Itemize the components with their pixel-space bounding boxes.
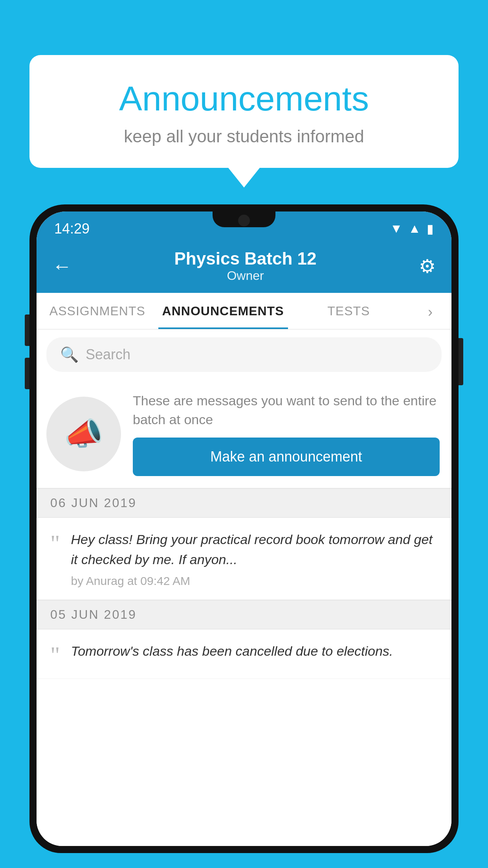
- header-center: Physics Batch 12 Owner: [174, 249, 317, 283]
- speech-bubble-arrow: [228, 168, 260, 188]
- announcement-message-1: Hey class! Bring your practical record b…: [71, 530, 438, 570]
- announcement-text-block-2: Tomorrow's class has been cancelled due …: [71, 641, 438, 666]
- quote-icon-1: ": [50, 531, 60, 555]
- battery-icon: ▮: [427, 221, 434, 236]
- phone-outer: 14:29 ▼ ▲ ▮ ← Physics Batch 12 Owner ⚙ A…: [29, 204, 459, 853]
- status-icons: ▼ ▲ ▮: [390, 221, 434, 236]
- search-icon: 🔍: [60, 346, 79, 363]
- quote-icon-2: ": [50, 643, 60, 667]
- tab-more[interactable]: ›: [409, 293, 451, 329]
- intro-description: These are messages you want to send to t…: [133, 392, 440, 429]
- announcement-item-1[interactable]: " Hey class! Bring your practical record…: [37, 518, 451, 600]
- tab-announcements[interactable]: ANNOUNCEMENTS: [158, 293, 288, 329]
- intro-right: These are messages you want to send to t…: [133, 392, 440, 476]
- tab-tests[interactable]: TESTS: [288, 293, 410, 329]
- volume-down-button: [25, 358, 29, 389]
- phone-screen: 14:29 ▼ ▲ ▮ ← Physics Batch 12 Owner ⚙ A…: [37, 211, 451, 846]
- phone-notch: [213, 211, 275, 227]
- phone-mockup: 14:29 ▼ ▲ ▮ ← Physics Batch 12 Owner ⚙ A…: [29, 204, 459, 868]
- signal-icon: ▲: [408, 221, 421, 236]
- header-subtitle: Owner: [174, 268, 317, 283]
- tab-assignments[interactable]: ASSIGNMENTS: [37, 293, 158, 329]
- announcement-intro: 📣 These are messages you want to send to…: [37, 380, 451, 488]
- make-announcement-button[interactable]: Make an announcement: [133, 438, 440, 476]
- announcement-meta-1: by Anurag at 09:42 AM: [71, 574, 438, 588]
- speech-bubble-subtitle: keep all your students informed: [57, 127, 431, 146]
- front-camera: [238, 215, 250, 226]
- volume-up-button: [25, 314, 29, 346]
- announcement-text-block-1: Hey class! Bring your practical record b…: [71, 530, 438, 588]
- wifi-icon: ▼: [390, 221, 403, 236]
- back-button[interactable]: ←: [52, 255, 72, 278]
- megaphone-icon: 📣: [64, 416, 103, 452]
- date-separator-1: 06 JUN 2019: [37, 488, 451, 518]
- announcement-item-2[interactable]: " Tomorrow's class has been cancelled du…: [37, 629, 451, 679]
- power-button: [459, 338, 463, 385]
- search-bar[interactable]: 🔍 Search: [46, 337, 442, 372]
- content-area: 🔍 Search 📣 These are messages you want t…: [37, 329, 451, 846]
- date-separator-2: 05 JUN 2019: [37, 600, 451, 629]
- megaphone-circle: 📣: [46, 397, 121, 471]
- speech-bubble-section: Announcements keep all your students inf…: [29, 55, 459, 188]
- speech-bubble-card: Announcements keep all your students inf…: [29, 55, 459, 168]
- header-title: Physics Batch 12: [174, 249, 317, 268]
- settings-button[interactable]: ⚙: [419, 255, 436, 277]
- speech-bubble-title: Announcements: [57, 79, 431, 119]
- tabs-bar: ASSIGNMENTS ANNOUNCEMENTS TESTS ›: [37, 293, 451, 329]
- app-header: ← Physics Batch 12 Owner ⚙: [37, 241, 451, 293]
- status-time: 14:29: [54, 221, 90, 237]
- search-placeholder: Search: [86, 346, 130, 363]
- announcement-message-2: Tomorrow's class has been cancelled due …: [71, 641, 438, 661]
